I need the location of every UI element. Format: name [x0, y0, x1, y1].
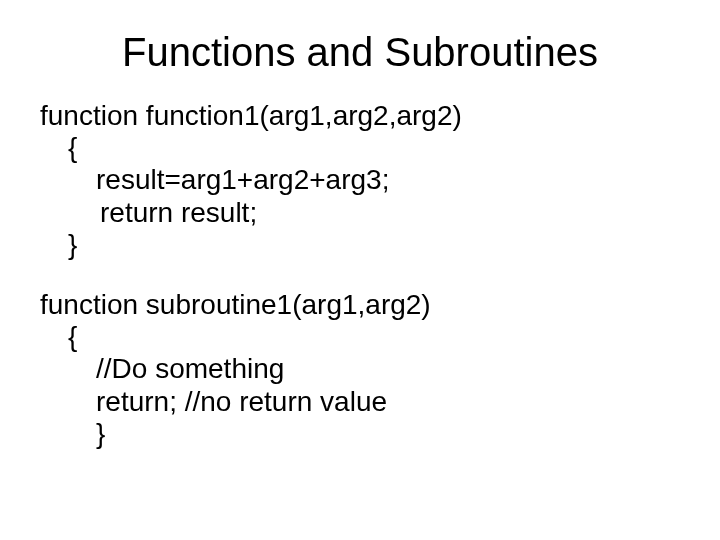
sub-body-line-2: return; //no return value	[96, 386, 680, 418]
sub-close-brace: }	[96, 418, 680, 450]
function-block: function function1(arg1,arg2,arg2) { res…	[40, 100, 680, 261]
func-body-line-1: result=arg1+arg2+arg3;	[96, 164, 680, 196]
func-signature: function function1(arg1,arg2,arg2)	[40, 100, 680, 132]
func-body-line-2: return result;	[100, 197, 680, 229]
slide: Functions and Subroutines function funct…	[0, 0, 720, 540]
func-close-brace: }	[68, 229, 680, 261]
sub-body-line-1: //Do something	[96, 353, 680, 385]
slide-title: Functions and Subroutines	[40, 30, 680, 75]
subroutine-block: function subroutine1(arg1,arg2) { //Do s…	[40, 289, 680, 450]
func-open-brace: {	[68, 132, 680, 164]
sub-signature: function subroutine1(arg1,arg2)	[40, 289, 680, 321]
sub-open-brace: {	[68, 321, 680, 353]
